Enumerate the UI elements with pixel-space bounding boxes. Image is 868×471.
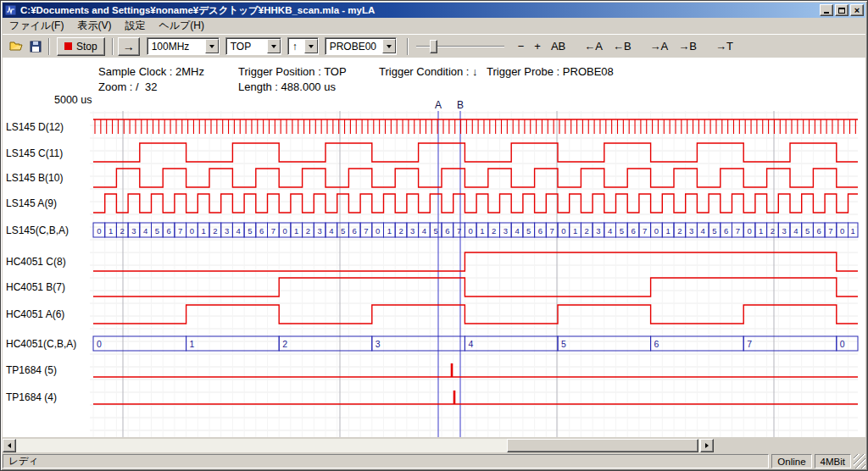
- waveform-area[interactable]: [3, 58, 865, 437]
- zoom-info: Zoom : / 32: [98, 80, 157, 93]
- triangle-down: [387, 45, 392, 48]
- menu-view[interactable]: 表示(V): [70, 17, 118, 35]
- stop-label: Stop: [76, 41, 97, 53]
- triangle-right-icon: [705, 443, 709, 448]
- horizontal-scrollbar[interactable]: [3, 439, 714, 452]
- run-arrow-icon: →: [123, 40, 135, 53]
- trigger-probe-info: Trigger Probe : PROBE08: [487, 65, 614, 78]
- right-b-button[interactable]: →B: [673, 37, 702, 56]
- stop-button[interactable]: Stop: [57, 37, 105, 56]
- floppy-icon: [30, 41, 42, 53]
- menubar: ファイル(F) 表示(V) 設定 ヘルプ(H): [3, 18, 865, 34]
- titlebar[interactable]: C:¥Documents and Settings¥noname¥デスクトップ¥…: [3, 3, 865, 18]
- trigger-position-info: Trigger Position : TOP: [238, 65, 347, 78]
- maximize-icon: [838, 8, 845, 14]
- app-icon: [5, 4, 17, 16]
- time-scale-label: 5000 us: [54, 94, 92, 106]
- trigger-position-select[interactable]: TOP: [225, 37, 281, 55]
- channel-label: HC4051(C,B,A): [6, 338, 76, 350]
- sample-clock-info: Sample Clock : 2MHz: [98, 65, 204, 78]
- toolbar-separator: [48, 38, 50, 55]
- trigger-probe-select[interactable]: PROBE00: [325, 37, 397, 55]
- menu-help[interactable]: ヘルプ(H): [152, 17, 211, 35]
- run-button[interactable]: →: [118, 37, 140, 56]
- channel-label: LS145(C,B,A): [6, 224, 69, 236]
- status-online: Online: [771, 454, 811, 468]
- menu-settings[interactable]: 設定: [118, 17, 152, 35]
- trigger-position-value: TOP: [226, 41, 255, 53]
- statusbar: レディ Online 4MBit: [3, 452, 865, 468]
- chevron-down-icon[interactable]: [267, 39, 281, 53]
- toolbar: Stop → 100MHz TOP ↑ PROBE00 − + AB ←A ←B…: [3, 34, 865, 58]
- sample-clock-value: 100MHz: [147, 41, 194, 53]
- trigger-edge-value: ↑: [288, 41, 302, 53]
- channel-label: LS145 A(9): [6, 197, 57, 209]
- ab-button[interactable]: AB: [546, 37, 570, 56]
- channel-label: HC4051 B(7): [6, 281, 65, 293]
- channel-label: TP1684 (4): [6, 391, 57, 403]
- cursor-a-label: A: [435, 99, 442, 111]
- goto-trigger-button[interactable]: →T: [710, 37, 738, 56]
- maximize-button[interactable]: [835, 4, 849, 16]
- triangle-down: [209, 45, 214, 48]
- trigger-edge-select[interactable]: ↑: [287, 37, 319, 55]
- channel-label: LS145 C(11): [6, 147, 63, 159]
- folder-open-icon: [9, 41, 25, 52]
- cursor-b-label: B: [457, 99, 464, 111]
- triangle-left-icon: [8, 443, 11, 448]
- trigger-condition-info: Trigger Condition : ↓: [379, 65, 478, 78]
- slider-thumb[interactable]: [430, 40, 437, 53]
- channel-label: HC4051 A(6): [6, 308, 64, 320]
- status-ready: レディ: [3, 454, 769, 468]
- trigger-probe-value: PROBE00: [326, 41, 381, 53]
- menu-file[interactable]: ファイル(F): [3, 17, 70, 35]
- scroll-left-button[interactable]: [3, 439, 16, 452]
- sample-clock-select[interactable]: 100MHz: [147, 37, 220, 55]
- close-button[interactable]: ×: [850, 4, 864, 16]
- open-file-button[interactable]: [7, 37, 27, 56]
- triangle-down: [271, 45, 276, 48]
- window-controls: ×: [820, 4, 864, 16]
- minimize-button[interactable]: [820, 4, 833, 16]
- channel-label: HC4051 C(8): [6, 256, 66, 268]
- channel-label: LS145 B(10): [6, 172, 63, 184]
- zoom-in-button[interactable]: +: [529, 37, 546, 56]
- resize-grip[interactable]: [854, 454, 865, 468]
- toolbar-separator: [407, 38, 409, 55]
- stop-icon: [64, 42, 72, 50]
- close-icon: ×: [854, 6, 860, 14]
- left-b-button[interactable]: ←B: [608, 37, 637, 56]
- triangle-down: [309, 45, 314, 48]
- channel-label: TP1684 (5): [6, 364, 57, 376]
- left-a-button[interactable]: ←A: [579, 37, 608, 56]
- window-title: C:¥Documents and Settings¥noname¥デスクトップ¥…: [20, 4, 820, 17]
- minimize-icon: [824, 12, 829, 14]
- right-a-button[interactable]: →A: [645, 37, 674, 56]
- channel-label: LS145 D(12): [6, 121, 64, 133]
- toolbar-separator: [112, 38, 114, 55]
- scrollbar-thumb[interactable]: [507, 439, 698, 452]
- chevron-down-icon[interactable]: [304, 39, 318, 53]
- status-memory: 4MBit: [815, 454, 851, 468]
- zoom-slider[interactable]: [416, 38, 504, 55]
- zoom-out-button[interactable]: −: [513, 37, 530, 56]
- chevron-down-icon[interactable]: [205, 39, 219, 53]
- length-info: Length : 488.000 us: [238, 80, 336, 93]
- save-button[interactable]: [27, 37, 44, 56]
- chevron-down-icon[interactable]: [382, 39, 396, 53]
- scroll-right-button[interactable]: [700, 439, 714, 452]
